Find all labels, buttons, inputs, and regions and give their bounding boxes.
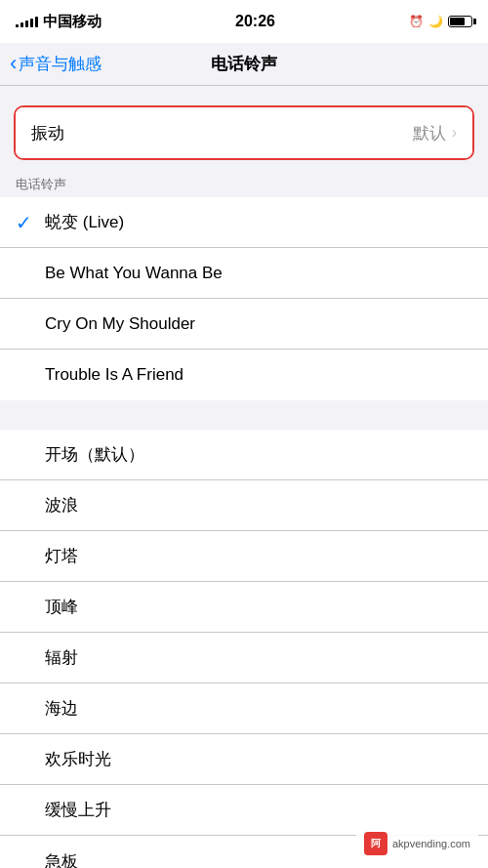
vibration-row[interactable]: 振动 默认 › <box>16 107 472 158</box>
carrier-info: 中国移动 <box>16 13 102 31</box>
ringtone-bolang[interactable]: 波浪 <box>0 480 488 531</box>
carrier-name: 中国移动 <box>43 13 102 31</box>
page-title: 电话铃声 <box>211 53 277 75</box>
separator <box>0 400 488 430</box>
back-label: 声音与触感 <box>19 53 102 75</box>
signal-icon <box>16 16 38 27</box>
watermark: 阿 akpvending.com <box>356 829 478 858</box>
vibration-label: 振动 <box>31 122 413 145</box>
nav-bar: ‹ 声音与触感 电话铃声 <box>0 43 488 86</box>
ringtone-bianlive[interactable]: ✓ 蜕变 (Live) <box>0 197 488 248</box>
ringtone-name: 顶峰 <box>45 596 472 618</box>
section-label: 电话铃声 <box>0 170 488 197</box>
ringtone-trouble[interactable]: Trouble Is A Friend <box>0 350 488 400</box>
ringtone-name: Cry On My Shoulder <box>45 314 472 334</box>
back-arrow-icon: ‹ <box>10 53 17 74</box>
ringtone-dingfeng[interactable]: 顶峰 <box>0 582 488 633</box>
watermark-text: akpvending.com <box>392 838 470 849</box>
status-bar: 中国移动 20:26 ⏰ 🌙 <box>0 0 488 43</box>
ringtone-name: 海边 <box>45 697 472 720</box>
status-time: 20:26 <box>235 13 275 30</box>
do-not-disturb-icon: 🌙 <box>428 15 443 28</box>
ringtone-cry[interactable]: Cry On My Shoulder <box>0 299 488 350</box>
ringtone-name: 波浪 <box>45 494 472 517</box>
ringtone-name: 欢乐时光 <box>45 748 472 770</box>
ringtone-kaichang[interactable]: 开场（默认） <box>0 430 488 480</box>
ringtone-name: Trouble Is A Friend <box>45 365 472 385</box>
ringtones-group: ✓ 蜕变 (Live) Be What You Wanna Be Cry On … <box>0 197 488 400</box>
watermark-logo: 阿 <box>364 832 387 855</box>
ringtone-haibian[interactable]: 海边 <box>0 683 488 734</box>
ringtone-huanle[interactable]: 欢乐时光 <box>0 734 488 785</box>
back-button[interactable]: ‹ 声音与触感 <box>10 53 102 75</box>
ringtone-fushe[interactable]: 辐射 <box>0 633 488 683</box>
ringtone-bewhat[interactable]: Be What You Wanna Be <box>0 248 488 299</box>
battery-icon <box>448 16 472 27</box>
battery-fill <box>450 18 465 25</box>
ringtone-name: 灯塔 <box>45 545 472 567</box>
vibration-value: 默认 <box>413 122 446 145</box>
vibration-section: 振动 默认 › <box>14 105 474 160</box>
ringtone-name: 缓慢上升 <box>45 799 472 821</box>
main-content: 振动 默认 › 电话铃声 ✓ 蜕变 (Live) Be What You Wan… <box>0 86 488 868</box>
ringtone-name: 开场（默认） <box>45 443 472 466</box>
ringtone-name: 蜕变 (Live) <box>45 211 472 233</box>
default-ringtones-group: 开场（默认） 波浪 灯塔 顶峰 辐射 海边 欢乐时光 缓慢上升 <box>0 430 488 868</box>
ringtone-name: 辐射 <box>45 646 472 669</box>
checkmark-icon: ✓ <box>16 211 35 234</box>
ringtone-dengta[interactable]: 灯塔 <box>0 531 488 582</box>
ringtone-name: Be What You Wanna Be <box>45 264 472 283</box>
alarm-icon: ⏰ <box>409 15 424 28</box>
vibration-chevron-icon: › <box>452 124 457 142</box>
status-icons: ⏰ 🌙 <box>409 15 472 28</box>
